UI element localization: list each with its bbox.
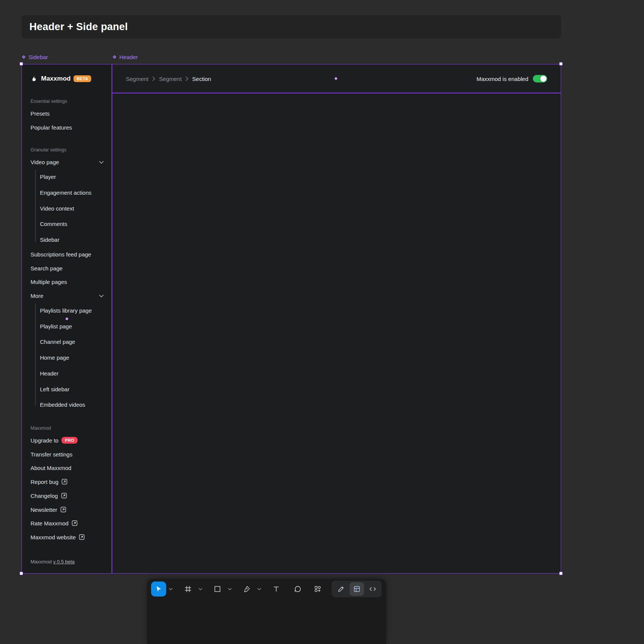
- upgrade-label: Upgrade to: [31, 437, 58, 444]
- section-title-maxxmod: Maxxmod: [31, 425, 51, 431]
- version-footer: Maxxmod v 0.5 beta: [31, 559, 75, 565]
- sidebar-item-search-page[interactable]: Search page: [31, 264, 63, 272]
- version-prefix: Maxxmod: [31, 559, 53, 565]
- selection-handle-bottom-right[interactable]: [559, 572, 563, 575]
- comment-bubble-icon: [294, 585, 301, 593]
- text-icon: [272, 585, 280, 593]
- component-icon: [112, 55, 117, 60]
- pen-tool-button[interactable]: [239, 581, 254, 597]
- frame-icon: [184, 585, 192, 593]
- link-label: Changelog: [31, 493, 58, 499]
- canvas-section-title[interactable]: Header + Side panel: [21, 15, 561, 38]
- resources-tool-button[interactable]: [310, 581, 325, 597]
- extension-logo: Maxxmod BETA: [30, 73, 91, 84]
- content-frame[interactable]: [112, 93, 561, 574]
- sidebar-item-embedded-videos[interactable]: Embedded videos: [40, 400, 85, 409]
- selection-handle-bottom-left[interactable]: [20, 572, 23, 575]
- frame-tool-button[interactable]: [181, 581, 196, 597]
- shape-tool-button[interactable]: [210, 581, 225, 597]
- sidebar-item-report-bug[interactable]: Report bug: [31, 478, 67, 486]
- sidebar-item-sidebar[interactable]: Sidebar: [40, 235, 60, 244]
- sidebar-item-playlists-library-page[interactable]: Playlists library page: [40, 306, 92, 314]
- move-tool-button[interactable]: [151, 581, 166, 597]
- sidebar-item-player[interactable]: Player: [40, 172, 56, 181]
- sidebar-item-playlist-page[interactable]: Playlist page: [40, 322, 72, 330]
- chevron-right-icon: [185, 76, 188, 81]
- enable-toggle-row: Maxxmod is enabled: [476, 75, 547, 83]
- pen-icon: [243, 585, 251, 593]
- sidebar-item-subscriptions-feed-page[interactable]: Subscriptions feed page: [31, 250, 91, 258]
- external-link-icon: [61, 479, 67, 485]
- cursor-icon: [155, 586, 162, 592]
- sidebar-item-more[interactable]: More: [31, 291, 43, 300]
- sidebar-frame[interactable]: Maxxmod BETA Essential settings Presets …: [21, 64, 112, 574]
- toggle-label: Maxxmod is enabled: [476, 76, 528, 82]
- breadcrumb-current: Section: [192, 76, 211, 82]
- rectangle-icon: [214, 585, 221, 593]
- layout-grid-icon: [353, 585, 361, 593]
- tree-indent-line: [35, 304, 36, 406]
- frame-label-header[interactable]: Header: [112, 53, 138, 60]
- chevron-down-icon[interactable]: [257, 588, 261, 591]
- sidebar-item-left-sidebar[interactable]: Left sidebar: [40, 385, 69, 393]
- instance-marker-dot: [335, 77, 337, 80]
- sidebar-item-maxxmod-website[interactable]: Maxxmod website: [31, 533, 85, 541]
- sidebar-item-popular-features[interactable]: Popular features: [31, 123, 72, 131]
- text-tool-button[interactable]: [269, 581, 284, 597]
- version-link[interactable]: v 0.5 beta: [53, 559, 75, 565]
- chevron-down-icon[interactable]: [228, 588, 232, 591]
- maxxmod-enabled-toggle[interactable]: [533, 75, 547, 82]
- sidebar-item-multiple-pages[interactable]: Multiple pages: [31, 278, 67, 286]
- external-link-icon: [60, 507, 66, 513]
- sidebar-item-transfer-settings[interactable]: Transfer settings: [31, 450, 72, 458]
- sidebar-item-home-page[interactable]: Home page: [40, 353, 69, 362]
- chevron-down-icon[interactable]: [199, 588, 202, 591]
- chevron-down-icon[interactable]: [99, 295, 104, 298]
- dev-mode-button[interactable]: [366, 582, 380, 596]
- sidebar-item-video-context[interactable]: Video context: [40, 204, 74, 212]
- extension-name: Maxxmod: [41, 75, 70, 82]
- link-label: Report bug: [31, 479, 58, 485]
- pencil-icon: [337, 585, 345, 593]
- frame-label-sidebar[interactable]: Sidebar: [21, 53, 48, 60]
- section-title-essential: Essential settings: [31, 98, 67, 104]
- external-link-icon: [72, 520, 78, 526]
- sidebar-item-presets[interactable]: Presets: [31, 109, 50, 118]
- link-label: Maxxmod website: [31, 534, 76, 540]
- comment-tool-button[interactable]: [290, 581, 305, 597]
- breadcrumb: Segment Segment Section: [126, 75, 211, 83]
- link-label: Newsletter: [31, 507, 57, 513]
- selection-handle-top-left[interactable]: [20, 62, 23, 66]
- selection-handle-top-right[interactable]: [559, 62, 563, 66]
- sidebar-item-newsletter[interactable]: Newsletter: [31, 505, 66, 514]
- sidebar-item-engagement-actions[interactable]: Engagement actions: [40, 188, 92, 197]
- external-link-icon: [79, 534, 85, 540]
- breadcrumb-segment[interactable]: Segment: [126, 76, 148, 82]
- sidebar-item-rate-maxxmod[interactable]: Rate Maxxmod: [31, 519, 78, 527]
- chevron-down-icon[interactable]: [99, 161, 104, 164]
- frame-label-text: Header: [119, 54, 138, 60]
- design-mode-button[interactable]: [350, 582, 364, 596]
- page-title: Header + Side panel: [29, 21, 128, 33]
- flame-icon: [30, 75, 38, 83]
- tree-indent-line: [35, 170, 36, 242]
- mode-switcher: [332, 581, 382, 597]
- sidebar-item-about-maxxmod[interactable]: About Maxxmod: [31, 464, 71, 472]
- sidebar-item-changelog[interactable]: Changelog: [31, 491, 67, 500]
- sidebar-item-video-page[interactable]: Video page: [31, 158, 59, 166]
- pro-badge: PRO: [61, 437, 78, 444]
- sidebar-item-comments[interactable]: Comments: [40, 220, 67, 228]
- toggle-knob: [540, 76, 546, 82]
- frame-divider-line: [112, 64, 112, 574]
- code-icon: [369, 585, 376, 593]
- sidebar-item-channel-page[interactable]: Channel page: [40, 337, 75, 346]
- breadcrumb-segment[interactable]: Segment: [159, 76, 182, 82]
- section-title-granular: Granular settings: [31, 147, 66, 153]
- instance-marker-dot: [66, 317, 68, 320]
- draw-mode-button[interactable]: [334, 582, 348, 596]
- frame-divider-line: [112, 93, 561, 93]
- sidebar-item-upgrade-to-pro[interactable]: Upgrade to PRO: [31, 436, 78, 444]
- sidebar-item-header[interactable]: Header: [40, 369, 58, 377]
- chevron-down-icon[interactable]: [169, 588, 173, 591]
- beta-badge: BETA: [73, 75, 91, 82]
